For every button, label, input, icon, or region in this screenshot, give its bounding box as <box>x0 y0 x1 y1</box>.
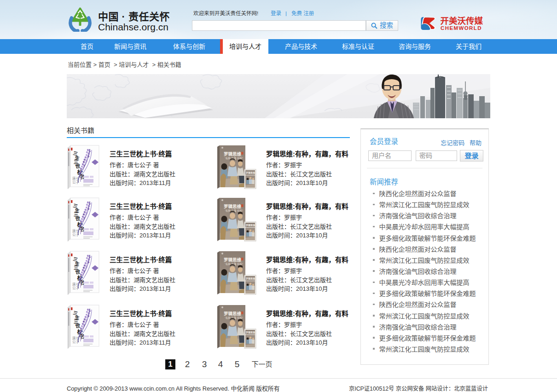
svg-text:CHEMWORLD: CHEMWORLD <box>441 25 482 31</box>
svg-text:世: 世 <box>75 215 81 222</box>
svg-text:公子: 公子 <box>72 233 79 237</box>
svg-text:公子: 公子 <box>72 180 79 184</box>
svg-text:世: 世 <box>75 269 81 275</box>
svg-text:开美沃传媒: 开美沃传媒 <box>441 16 483 26</box>
svg-text:公子: 公子 <box>72 286 79 290</box>
svg-text:世: 世 <box>75 163 81 169</box>
svg-text:世: 世 <box>75 323 81 329</box>
svg-text:公子: 公子 <box>72 340 79 344</box>
